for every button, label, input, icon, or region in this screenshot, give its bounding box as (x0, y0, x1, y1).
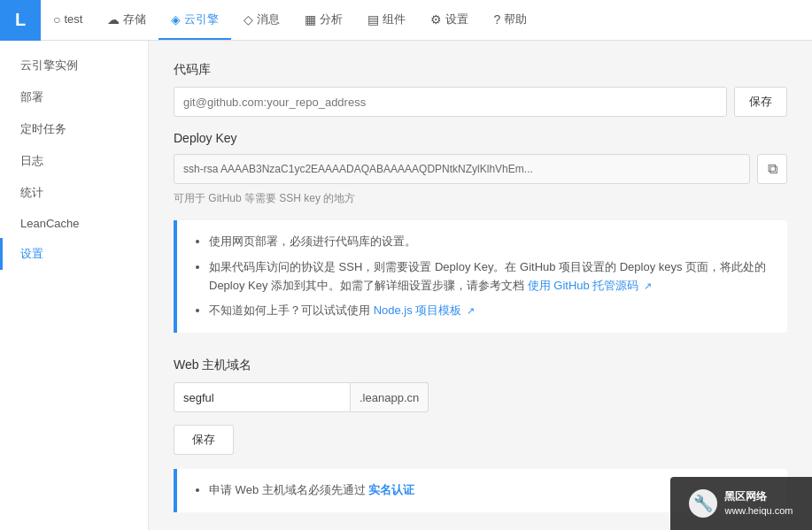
nav-label-storage: 存储 (123, 12, 146, 27)
github-link[interactable]: 使用 GitHub 托管源码 ↗ (528, 279, 652, 292)
nav-item-message[interactable]: ◇ 消息 (231, 0, 292, 40)
deploy-key-hint: 可用于 GitHub 等需要 SSH key 的地方 (174, 191, 787, 206)
hostname-save-button[interactable]: 保存 (174, 425, 234, 455)
info-item-1: 如果代码库访问的协议是 SSH，则需要设置 Deploy Key。在 GitHu… (209, 258, 771, 296)
watermark-site: 黑区网络 (724, 489, 793, 504)
hostname-row: .leanapp.cn (174, 382, 787, 412)
nav-label-analytics: 分析 (320, 12, 343, 27)
info-item-0: 使用网页部署，必须进行代码库的设置。 (209, 233, 771, 251)
help-icon: ? (493, 12, 500, 27)
sidebar-item-instances[interactable]: 云引擎实例 (0, 50, 148, 81)
nav-label-message: 消息 (257, 12, 280, 27)
external-link-icon: ↗ (644, 280, 652, 291)
nav-label-cloud: 云引擎 (184, 12, 219, 27)
nav-item-components[interactable]: ▤ 组件 (355, 0, 418, 40)
analytics-icon: ▦ (305, 12, 316, 27)
nav-logo[interactable]: L (0, 0, 41, 41)
nav-item-storage[interactable]: ☁ 存储 (95, 0, 159, 40)
nav-label-settings: 设置 (445, 12, 468, 27)
info-text-1: 如果代码库访问的协议是 SSH，则需要设置 Deploy Key。在 GitHu… (209, 260, 766, 292)
components-icon: ▤ (367, 12, 379, 27)
repo-input-row: 保存 (174, 87, 787, 117)
info-text-2: 不知道如何上手？可以试试使用 (209, 303, 374, 317)
copy-icon: ⧉ (768, 161, 777, 177)
watermark: 🔧 黑区网络 www.heiqu.com (670, 477, 812, 530)
bottom-info-text: 申请 Web 主机域名必须先通过 (209, 483, 368, 496)
nav-label-help: 帮助 (504, 12, 527, 27)
layout: 云引擎实例 部署 定时任务 日志 统计 LeanCache 设置 代码库 保存 … (0, 41, 812, 530)
nav-label-components: 组件 (383, 12, 406, 27)
deploy-key-input[interactable] (174, 154, 750, 184)
repo-save-button[interactable]: 保存 (734, 87, 787, 117)
test-icon: ○ (53, 12, 60, 27)
hostname-suffix: .leanapp.cn (351, 382, 429, 412)
sidebar: 云引擎实例 部署 定时任务 日志 统计 LeanCache 设置 (0, 41, 149, 530)
nav-item-help[interactable]: ? 帮助 (481, 0, 539, 40)
hostname-input[interactable] (174, 382, 351, 412)
info-text-0: 使用网页部署，必须进行代码库的设置。 (209, 234, 416, 248)
cloud-engine-icon: ◈ (171, 12, 181, 27)
nodejs-template-link[interactable]: Node.js 项目模板 ↗ (374, 303, 475, 317)
nav-item-analytics[interactable]: ▦ 分析 (292, 0, 355, 40)
external-link-icon-2: ↗ (467, 305, 475, 316)
web-hostname-title: Web 主机域名 (174, 357, 787, 373)
watermark-icon: 🔧 (689, 489, 717, 518)
nav-items: ○ test ☁ 存储 ◈ 云引擎 ◇ 消息 ▦ 分析 ▤ 组件 ⚙ 设置 ? (41, 0, 539, 40)
watermark-text: 黑区网络 www.heiqu.com (724, 489, 793, 518)
nav-label-test: test (64, 12, 82, 26)
deploy-key-row: ⧉ (174, 154, 787, 184)
real-name-auth-link[interactable]: 实名认证 (368, 483, 414, 496)
sidebar-item-deploy[interactable]: 部署 (0, 81, 148, 113)
nav-item-cloud[interactable]: ◈ 云引擎 (159, 0, 231, 40)
sidebar-item-stats[interactable]: 统计 (0, 177, 148, 209)
nav-item-test[interactable]: ○ test (41, 0, 95, 40)
cloud-icon: ☁ (107, 12, 120, 27)
info-list: 使用网页部署，必须进行代码库的设置。 如果代码库访问的协议是 SSH，则需要设置… (193, 233, 771, 320)
top-nav: L ○ test ☁ 存储 ◈ 云引擎 ◇ 消息 ▦ 分析 ▤ 组件 ⚙ 设置 (0, 0, 812, 41)
sidebar-item-leancache[interactable]: LeanCache (0, 209, 148, 238)
repo-section-title: 代码库 (174, 62, 787, 78)
deploy-key-title: Deploy Key (174, 131, 787, 145)
nav-item-settings[interactable]: ⚙ 设置 (418, 0, 481, 40)
repo-input[interactable] (174, 87, 727, 117)
info-box: 使用网页部署，必须进行代码库的设置。 如果代码库访问的协议是 SSH，则需要设置… (174, 220, 787, 333)
message-icon: ◇ (244, 12, 253, 27)
info-item-2: 不知道如何上手？可以试试使用 Node.js 项目模板 ↗ (209, 302, 771, 320)
gear-icon: ⚙ (430, 12, 442, 27)
copy-deploy-key-button[interactable]: ⧉ (757, 154, 787, 184)
watermark-url: www.heiqu.com (724, 504, 793, 518)
main-content: 代码库 保存 Deploy Key ⧉ 可用于 GitHub 等需要 SSH k… (149, 41, 812, 530)
sidebar-item-logs[interactable]: 日志 (0, 145, 148, 177)
sidebar-item-settings[interactable]: 设置 (0, 238, 148, 270)
sidebar-item-cron[interactable]: 定时任务 (0, 113, 148, 145)
